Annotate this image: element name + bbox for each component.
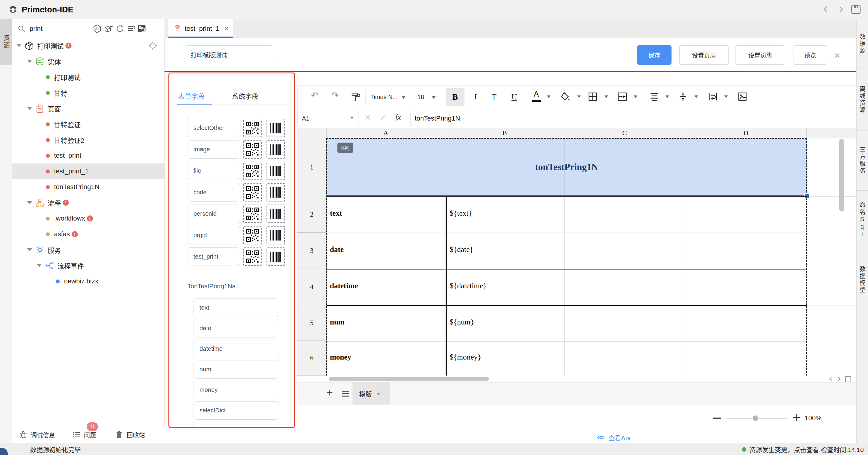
field-chip-file[interactable]: file (187, 162, 240, 180)
tree-item-asfas[interactable]: asfas ! (12, 226, 164, 242)
nav-forward-icon[interactable] (836, 5, 845, 15)
translate-icon[interactable]: En (137, 24, 146, 34)
barcode-icon[interactable] (267, 226, 285, 245)
selection-fill-handle[interactable] (804, 193, 809, 199)
editor-close-icon[interactable]: × (834, 50, 840, 61)
sheet-list-icon[interactable] (341, 389, 350, 399)
tree-folder-workflow[interactable]: 流程 ! (12, 195, 164, 210)
search-input[interactable] (29, 25, 91, 33)
tree-item-page-test-print-1-selected[interactable]: test_print_1 (12, 164, 164, 179)
spreadsheet-grid[interactable]: A B C D 1 2 3 4 5 6 tonTestPring1N 4列 (297, 127, 856, 375)
horizontal-align-icon[interactable] (650, 92, 659, 103)
field-chip-date[interactable]: date (193, 319, 279, 338)
qrcode-icon[interactable] (243, 119, 262, 137)
view-api-link[interactable]: 查看Api (597, 433, 630, 442)
chevron-down-icon[interactable] (350, 117, 354, 121)
fill-color-icon[interactable] (561, 92, 570, 103)
zoom-slider-knob[interactable] (753, 416, 758, 421)
barcode-icon[interactable] (267, 183, 285, 201)
tree-item-page-tontestpring1n[interactable]: tonTestPring1N (12, 179, 164, 195)
save-button[interactable]: 保存 (637, 45, 672, 65)
tree-item-page-gantt-verify2[interactable]: 甘特验证2 (12, 132, 164, 148)
qrcode-icon[interactable] (243, 248, 262, 266)
tree-folder-flow-events[interactable]: 流程事件 (12, 258, 164, 274)
tab-close-icon[interactable]: × (224, 25, 228, 33)
row-header-6[interactable]: 6 (297, 341, 327, 375)
locate-crosshair-icon[interactable] (149, 41, 157, 52)
tree-item-page-gantt-verify[interactable]: 甘特验证 (12, 116, 164, 132)
tree-item-entity-gantt[interactable]: 甘特 (12, 85, 164, 101)
tree-folder-entities[interactable]: 实体 (12, 54, 164, 69)
expand-arrow-icon[interactable] (17, 44, 22, 47)
field-chip-code[interactable]: code (187, 183, 240, 201)
ai-assistant-icon[interactable]: AI (93, 25, 101, 34)
zoom-in-icon[interactable] (791, 412, 802, 424)
column-header-a[interactable]: A (327, 129, 445, 138)
column-header-blank[interactable] (807, 129, 856, 138)
barcode-icon[interactable] (267, 204, 285, 223)
left-rail-tab-resources[interactable]: 资源 (0, 19, 12, 65)
borders-icon[interactable] (588, 92, 597, 103)
italic-icon[interactable]: I (468, 88, 482, 106)
collapse-list-icon[interactable] (127, 25, 136, 34)
merge-cells-icon[interactable] (618, 92, 627, 103)
cell-b3[interactable]: ${date} (450, 245, 473, 254)
qrcode-icon[interactable] (243, 226, 262, 245)
formula-confirm-icon[interactable]: ✓ (380, 113, 386, 122)
cell-b5[interactable]: ${num} (450, 318, 474, 326)
qrcode-icon[interactable] (243, 140, 262, 159)
expand-arrow-icon[interactable] (27, 60, 32, 63)
add-sheet-icon[interactable]: + (327, 387, 333, 399)
expand-arrow-icon[interactable] (27, 107, 32, 110)
fx-icon[interactable]: fx (395, 113, 401, 121)
preview-button[interactable]: 预览 (793, 45, 827, 65)
nav-back-icon[interactable] (822, 5, 831, 15)
zoom-out-icon[interactable] (713, 418, 721, 419)
right-rail-tab-third-party-services[interactable]: 三方服务 (857, 131, 868, 191)
insert-image-icon[interactable] (738, 92, 747, 103)
vertical-scrollbar[interactable] (839, 139, 844, 211)
tree-folder-services[interactable]: 服务 (12, 242, 164, 258)
chevron-down-icon[interactable] (547, 95, 551, 100)
expand-arrow-icon[interactable] (37, 264, 42, 267)
cell-b4[interactable]: ${datetime} (450, 282, 487, 290)
right-rail-tab-named-sql[interactable]: 命名Sql (857, 190, 868, 250)
vertical-align-icon[interactable] (678, 92, 688, 103)
tree-item-entity-print-test[interactable]: 打印测试 (12, 69, 164, 85)
tree-item-print-test-package[interactable]: 打印测试 ! (12, 38, 164, 54)
row-header-3[interactable]: 3 (297, 233, 327, 269)
barcode-icon[interactable] (267, 119, 285, 137)
chevron-down-icon[interactable] (665, 95, 669, 100)
font-size-select[interactable]: 18 (417, 89, 435, 106)
row-header-2[interactable]: 2 (297, 196, 327, 233)
set-footer-button[interactable]: 设置页脚 (736, 45, 785, 65)
column-header-d[interactable]: D (685, 129, 807, 138)
cell-a2[interactable]: text (330, 209, 342, 218)
horizontal-scrollbar[interactable] (329, 377, 489, 381)
grid-corner-cell[interactable] (297, 129, 327, 138)
chevron-down-icon[interactable] (724, 95, 728, 100)
cell-reference-box[interactable]: A1 (302, 110, 310, 126)
barcode-icon[interactable] (267, 140, 285, 159)
right-rail-tab-datasource[interactable]: 数据源 (857, 19, 868, 69)
column-header-b[interactable]: B (445, 129, 564, 138)
expand-arrow-icon[interactable] (27, 248, 32, 251)
tree-item-newbiz-bizx[interactable]: newbiz.bizx (12, 274, 164, 289)
field-chip-orgid[interactable]: orgid (187, 226, 240, 245)
field-chip-money[interactable]: money (193, 381, 279, 399)
field-chip-selectother[interactable]: selectOther (187, 119, 240, 137)
right-rail-tab-data-model[interactable]: 数据模型 (857, 250, 868, 310)
barcode-icon[interactable] (267, 162, 285, 180)
problems-button[interactable]: 问题 (84, 430, 96, 439)
barcode-icon[interactable] (267, 248, 285, 266)
redo-icon[interactable]: ↷ (331, 90, 339, 101)
set-header-button[interactable]: 设置页眉 (679, 45, 728, 65)
chevron-down-icon[interactable] (577, 95, 581, 100)
format-painter-icon[interactable] (351, 92, 360, 103)
tab-test-print-1[interactable]: test_print_1 × (168, 19, 233, 38)
status-message-right[interactable]: 资源发生变更，点击查看,检查时间:14:10 (749, 445, 864, 454)
font-family-select[interactable]: Times N... (370, 89, 405, 106)
tab-system-fields[interactable]: 系统字段 (232, 91, 258, 101)
tree-folder-pages[interactable]: 页面 (12, 101, 164, 116)
strikethrough-icon[interactable]: T (487, 88, 501, 106)
